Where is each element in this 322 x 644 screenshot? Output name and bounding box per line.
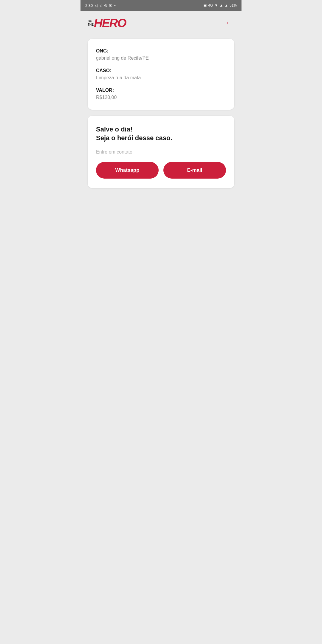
logo-the: THE <box>88 23 94 26</box>
whatsapp-button[interactable]: Whatsapp <box>96 162 159 179</box>
logo-hero: HERO <box>94 17 126 29</box>
contact-card: Salve o dia! Seja o herói desse caso. En… <box>88 116 234 188</box>
status-bar: 2:30 ◁ ◁ ⊙ ✉ • ▣ 4G ▼ ▲ ▲ 51% <box>80 0 242 11</box>
contact-buttons: Whatsapp E-mail <box>96 162 226 179</box>
logo-be-the: BE THE <box>88 20 94 26</box>
dot-indicator: • <box>114 3 116 8</box>
email-button[interactable]: E-mail <box>163 162 226 179</box>
ong-field: ONG: gabriel ong de Recife/PE <box>96 48 226 61</box>
valor-field: VALOR: R$120,00 <box>96 88 226 100</box>
send2-icon: ◁ <box>99 3 102 8</box>
battery-display: 51% <box>230 3 237 7</box>
profile-icon: ⊙ <box>104 3 107 8</box>
signal-icon: ▲ <box>219 3 223 7</box>
network-label: 4G <box>208 3 213 7</box>
caso-value: Limpeza rua da mata <box>96 75 226 80</box>
valor-label: VALOR: <box>96 88 226 93</box>
title-line2: Seja o herói desse caso. <box>96 134 172 142</box>
valor-value: R$120,00 <box>96 95 226 100</box>
main-content: ONG: gabriel ong de Recife/PE CASO: Limp… <box>80 34 242 193</box>
info-card: ONG: gabriel ong de Recife/PE CASO: Limp… <box>88 39 234 110</box>
title-line1: Salve o dia! <box>96 126 132 133</box>
vibrate-icon: ▣ <box>203 3 207 7</box>
contact-subtitle: Entre em contato: <box>96 149 226 155</box>
signal2-icon: ▲ <box>225 3 228 7</box>
contact-title: Salve o dia! Seja o herói desse caso. <box>96 125 226 142</box>
ong-value: gabriel ong de Recife/PE <box>96 55 226 61</box>
status-right: ▣ 4G ▼ ▲ ▲ 51% <box>203 3 237 7</box>
logo: BE THE HERO <box>88 17 126 29</box>
status-left: 2:30 ◁ ◁ ⊙ ✉ • <box>85 3 116 8</box>
caso-field: CASO: Limpeza rua da mata <box>96 68 226 80</box>
back-button[interactable]: ← <box>223 17 234 29</box>
logo-be: BE <box>88 20 94 23</box>
header: BE THE HERO ← <box>80 11 242 34</box>
mail-icon: ✉ <box>109 3 112 8</box>
time-display: 2:30 <box>85 3 93 8</box>
ong-label: ONG: <box>96 48 226 54</box>
send-icon: ◁ <box>95 3 97 8</box>
caso-label: CASO: <box>96 68 226 73</box>
wifi-icon: ▼ <box>214 3 218 7</box>
